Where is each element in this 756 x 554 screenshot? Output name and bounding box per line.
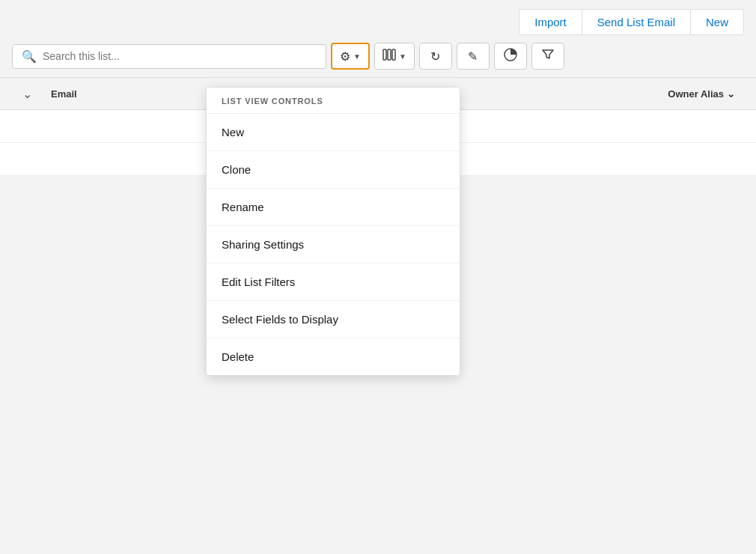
pie-chart-icon xyxy=(504,48,517,64)
gear-chevron-icon: ▼ xyxy=(353,52,361,61)
dropdown-header: LIST VIEW CONTROLS xyxy=(207,88,460,114)
refresh-button[interactable]: ↻ xyxy=(419,43,452,70)
columns-button[interactable]: ▼ xyxy=(374,43,415,70)
search-input[interactable] xyxy=(43,50,317,62)
refresh-icon: ↻ xyxy=(430,49,440,64)
columns-chevron-icon: ▼ xyxy=(399,52,406,61)
dropdown-item-delete[interactable]: Delete xyxy=(207,338,460,375)
import-button[interactable]: Import xyxy=(519,9,582,35)
filter-icon xyxy=(542,49,554,64)
dropdown-item-rename[interactable]: Rename xyxy=(207,189,460,226)
chevron-down-icon: ⌄ xyxy=(22,87,32,101)
svg-rect-2 xyxy=(392,49,395,60)
dropdown-item-sharing-settings[interactable]: Sharing Settings xyxy=(207,226,460,264)
filter-button[interactable] xyxy=(531,43,564,70)
email-column-header[interactable]: Email xyxy=(42,88,86,100)
new-button[interactable]: New xyxy=(690,9,744,35)
dropdown-item-edit-list-filters[interactable]: Edit List Filters xyxy=(207,264,460,301)
search-toolbar: 🔍 ⚙ ▼ ▼ ↻ ✎ xyxy=(0,35,756,77)
dropdown-item-new[interactable]: New xyxy=(207,114,460,151)
send-list-email-button[interactable]: Send List Email xyxy=(582,9,690,35)
gear-icon: ⚙ xyxy=(340,49,350,64)
search-box: 🔍 xyxy=(12,44,326,69)
select-all-checkbox[interactable]: ⌄ xyxy=(12,87,42,101)
charts-button[interactable] xyxy=(494,43,527,70)
columns-icon xyxy=(382,49,396,64)
svg-rect-0 xyxy=(383,49,386,60)
dropdown-item-select-fields[interactable]: Select Fields to Display xyxy=(207,301,460,338)
owner-alias-column-header[interactable]: Owner Alias ⌄ xyxy=(659,88,744,100)
list-view-controls-dropdown: LIST VIEW CONTROLS New Clone Rename Shar… xyxy=(206,87,460,376)
gear-settings-button[interactable]: ⚙ ▼ xyxy=(331,43,370,70)
search-icon: 🔍 xyxy=(22,49,37,64)
top-toolbar: Import Send List Email New xyxy=(0,0,756,35)
pencil-icon: ✎ xyxy=(468,49,478,64)
svg-rect-1 xyxy=(388,49,391,60)
owner-alias-sort-icon: ⌄ xyxy=(727,88,735,100)
dropdown-item-clone[interactable]: Clone xyxy=(207,151,460,189)
edit-button[interactable]: ✎ xyxy=(457,43,490,70)
